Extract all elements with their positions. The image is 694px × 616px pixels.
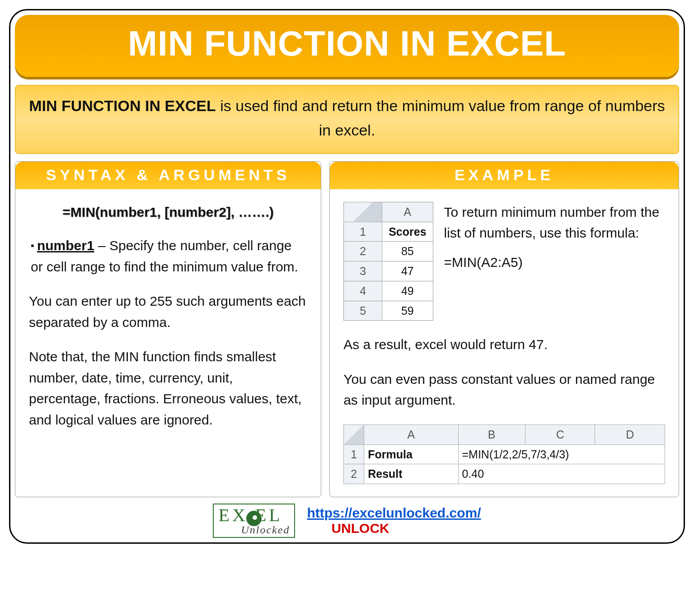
- title-bar: MIN FUNCTION IN EXCEL: [15, 15, 679, 77]
- row-num: 5: [344, 301, 382, 321]
- brand-logo: EX EL Unlocked: [213, 504, 295, 538]
- argument-item: number1 – Specify the number, cell range…: [31, 235, 307, 277]
- infographic-container: MIN FUNCTION IN EXCEL MIN FUNCTION IN EX…: [9, 9, 685, 544]
- syntax-formula: =MIN(number1, [number2], …….): [29, 202, 307, 223]
- brand-name-line2: Unlocked: [241, 524, 290, 535]
- syntax-note-2: Note that, the MIN function finds smalle…: [29, 346, 307, 430]
- subtitle-text: is used find and return the minimum valu…: [216, 97, 665, 139]
- score-cell: 49: [382, 281, 433, 301]
- scores-heading: Scores: [382, 222, 433, 242]
- score-cell: 47: [382, 261, 433, 281]
- subtitle-bold: MIN FUNCTION IN EXCEL: [29, 97, 216, 114]
- example-desc: To return minimum number from the list o…: [444, 202, 665, 244]
- table-corner: [344, 202, 382, 222]
- row-num: 2: [344, 242, 382, 261]
- syntax-header: SYNTAX & ARGUMENTS: [15, 162, 321, 189]
- col-header: A: [364, 425, 458, 444]
- table-corner: [344, 425, 364, 444]
- col-header-A: A: [382, 202, 433, 222]
- col-header: C: [525, 425, 595, 444]
- example-card: EXAMPLE A 1 Scores 285 347 4: [329, 161, 679, 497]
- col-header: B: [458, 425, 525, 444]
- syntax-note-1: You can enter up to 255 such arguments e…: [29, 291, 307, 333]
- unlock-text: UNLOCK: [331, 521, 389, 536]
- col-header: D: [595, 425, 665, 444]
- result-label: Result: [364, 464, 458, 484]
- result-value: 0.40: [458, 464, 665, 484]
- row-num: 1: [344, 444, 364, 464]
- example-note: You can even pass constant values or nam…: [343, 369, 665, 411]
- argument-name: number1: [37, 238, 94, 253]
- example-formula: =MIN(A2:A5): [444, 252, 665, 273]
- website-link[interactable]: https://excelunlocked.com/: [307, 505, 481, 520]
- score-cell: 59: [382, 301, 433, 321]
- row-num: 3: [344, 261, 382, 281]
- score-cell: 85: [382, 242, 433, 261]
- footer: EX EL Unlocked https://excelunlocked.com…: [15, 504, 679, 538]
- example-header: EXAMPLE: [330, 162, 679, 189]
- row-num: 1: [344, 222, 382, 242]
- formula-label: Formula: [364, 444, 458, 464]
- page-title: MIN FUNCTION IN EXCEL: [15, 23, 679, 64]
- syntax-card: SYNTAX & ARGUMENTS =MIN(number1, [number…: [15, 161, 321, 497]
- scores-table: A 1 Scores 285 347 449 559: [343, 202, 433, 321]
- formula-result-table: A B C D 1 Formula =MIN(1/2,2/5,7/3,4/3) …: [343, 425, 665, 484]
- row-num: 4: [344, 281, 382, 301]
- formula-value: =MIN(1/2,2/5,7/3,4/3): [458, 444, 665, 464]
- row-num: 2: [344, 464, 364, 484]
- example-result-text: As a result, excel would return 47.: [343, 334, 665, 355]
- subtitle-bar: MIN FUNCTION IN EXCEL is used find and r…: [15, 85, 679, 154]
